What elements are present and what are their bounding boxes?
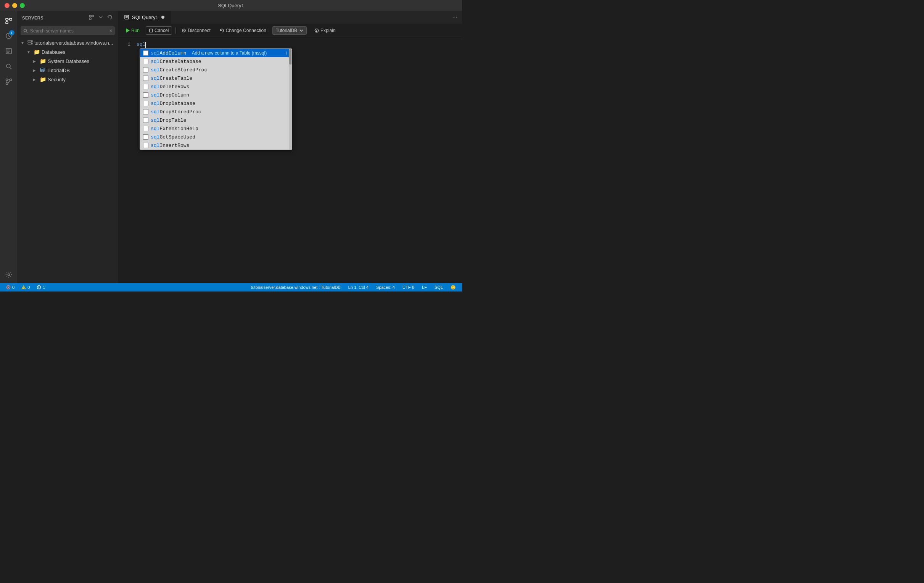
ac-suffix: CreateTable [160, 76, 192, 81]
activity-history[interactable]: 1 [2, 29, 16, 43]
encoding-text: UTF-8 [403, 285, 414, 290]
search-clear-button[interactable]: × [109, 28, 112, 33]
activity-source[interactable] [2, 75, 16, 89]
ac-item-text: sqlGetSpaceUsed [151, 134, 195, 140]
maximize-button[interactable] [20, 3, 25, 8]
autocomplete-item[interactable]: sqlCreateStoredProc [140, 66, 292, 74]
run-button[interactable]: Run [123, 27, 143, 34]
autocomplete-item[interactable]: sqlDropStoredProc [140, 107, 292, 116]
svg-rect-18 [89, 18, 91, 20]
status-emoji[interactable]: 🙂 [449, 285, 457, 290]
svg-line-11 [10, 68, 12, 69]
tree-databases-item[interactable]: ▼ 📁 Databases [18, 47, 118, 56]
cursor-position-text: Ln 1, Col 4 [348, 285, 368, 290]
autocomplete-item[interactable]: sqlExtensionHelp [140, 124, 292, 133]
ac-prefix: sql [151, 109, 160, 115]
spaces-text: Spaces: 4 [376, 285, 395, 290]
toolbar-separator [175, 28, 175, 33]
search-input[interactable] [30, 28, 107, 33]
ac-item-icon [143, 143, 148, 148]
activity-connections[interactable] [2, 14, 16, 28]
ac-item-icon [143, 59, 148, 64]
autocomplete-item[interactable]: sqlCreateDatabase [140, 57, 292, 66]
tree-server-item[interactable]: ▼ tutorialserver.database.windows.n... [18, 38, 118, 47]
svg-point-38 [317, 31, 317, 32]
ac-prefix: sql [151, 117, 160, 123]
svg-line-22 [26, 32, 28, 33]
tab-modified-dot [162, 16, 165, 19]
notification-count: 1 [43, 285, 45, 290]
status-right: tutorialserver.database.windows.net : Tu… [249, 285, 457, 290]
arrow-icon: ▼ [21, 41, 26, 45]
autocomplete-item[interactable]: sqlInsertRows [140, 141, 292, 150]
ac-suffix: DeleteRows [160, 84, 189, 90]
activity-search[interactable] [2, 59, 16, 73]
warning-icon [21, 285, 26, 290]
ac-prefix: sql [151, 50, 160, 56]
ac-item-icon [143, 134, 148, 140]
ac-item-icon [143, 92, 148, 97]
status-line-endings[interactable]: LF [421, 285, 429, 290]
server-icon [28, 40, 33, 46]
server-tree: ▼ tutorialserver.database.windows.n... ▼… [18, 38, 118, 283]
tree-system-databases-item[interactable]: ▶ 📁 System Databases [18, 56, 118, 66]
cancel-icon [149, 29, 153, 32]
db-selector[interactable]: TutorialDB [272, 26, 307, 35]
status-encoding[interactable]: UTF-8 [401, 285, 416, 290]
explain-button[interactable]: Explain [311, 27, 338, 34]
status-notifications[interactable]: 1 [35, 285, 46, 290]
cancel-button[interactable]: Cancel [146, 26, 172, 35]
status-language[interactable]: SQL [433, 285, 444, 290]
svg-line-35 [183, 30, 185, 31]
sidebar-title: SERVERS [22, 16, 43, 20]
tutorialdb-arrow-icon: ▶ [33, 68, 38, 73]
tab-sqlquery1[interactable]: SQLQuery1 [118, 11, 171, 24]
status-server[interactable]: tutorialserver.database.windows.net : Tu… [249, 285, 342, 290]
code-editor[interactable]: 1 sql sqlAddColumnAdd a new column to a … [118, 37, 462, 283]
new-connection-button[interactable] [88, 14, 95, 22]
svg-point-25 [31, 41, 32, 41]
status-cursor[interactable]: Ln 1, Col 4 [347, 285, 370, 290]
security-label: Security [48, 77, 115, 83]
autocomplete-item[interactable]: sqlGetSpaceUsed [140, 133, 292, 141]
status-warnings[interactable]: 0 [20, 285, 31, 290]
explain-icon [314, 28, 319, 33]
autocomplete-item[interactable]: sqlDeleteRows [140, 83, 292, 91]
autocomplete-item[interactable]: sqlCreateTable [140, 74, 292, 83]
error-icon [6, 285, 11, 290]
ac-scrollbar[interactable] [289, 49, 292, 150]
ac-suffix: DropStoredProc [160, 109, 201, 115]
disconnect-button[interactable]: Disconnect [178, 27, 213, 34]
search-box[interactable]: × [21, 26, 115, 35]
tree-security-item[interactable]: ▶ 📁 Security [18, 75, 118, 84]
activity-settings[interactable] [2, 269, 16, 283]
autocomplete-item[interactable]: sqlDropColumn [140, 91, 292, 99]
svg-point-46 [39, 286, 39, 287]
autocomplete-item[interactable]: sqlDropDatabase [140, 99, 292, 107]
change-connection-button[interactable]: Change Connection [217, 27, 269, 34]
traffic-lights [5, 3, 25, 8]
collapse-button[interactable] [97, 14, 104, 22]
tree-tutorialdb-item[interactable]: ▶ TutorialDB [18, 66, 118, 75]
tutorialdb-icon [40, 67, 45, 74]
status-spaces[interactable]: Spaces: 4 [375, 285, 396, 290]
app-layout: 1 [0, 11, 462, 283]
editor-area: SQLQuery1 ··· Run Cancel [118, 11, 462, 283]
ac-item-text: sqlInsertRows [151, 143, 189, 149]
minimize-button[interactable] [12, 3, 17, 8]
ac-scrollbar-thumb[interactable] [289, 49, 292, 64]
status-errors[interactable]: 0 [5, 285, 16, 290]
ac-info-icon[interactable]: i [284, 50, 289, 56]
databases-arrow-icon: ▼ [27, 50, 32, 54]
ac-item-icon [143, 76, 148, 81]
query-file-icon [124, 15, 129, 20]
ac-prefix: sql [151, 143, 160, 149]
autocomplete-item[interactable]: sqlDropTable [140, 116, 292, 124]
refresh-button[interactable] [106, 14, 113, 22]
close-button[interactable] [5, 3, 10, 8]
autocomplete-item[interactable]: sqlAddColumnAdd a new column to a Table … [140, 49, 292, 57]
tab-more-actions[interactable]: ··· [452, 14, 462, 21]
activity-query[interactable] [2, 44, 16, 58]
explain-label: Explain [320, 28, 335, 33]
autocomplete-dropdown[interactable]: sqlAddColumnAdd a new column to a Table … [140, 48, 292, 150]
